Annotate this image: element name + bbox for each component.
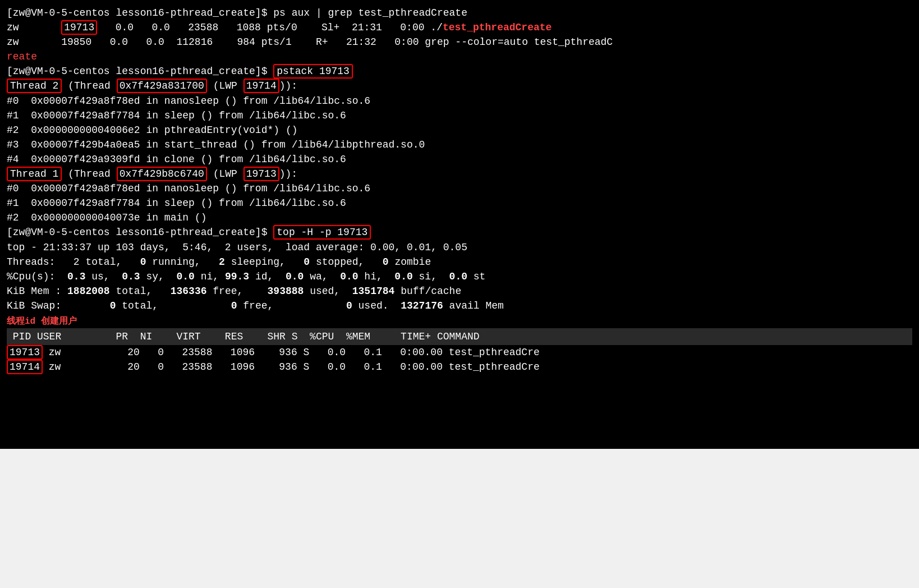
thread2-frame2: #2 0x00000000004006e2 in pthreadEntry(vo… [7,123,912,137]
ps-command-line: [zw@VM-0-5-centos lesson16-pthread_creat… [7,6,912,20]
pid-row2-box: 19714 [7,360,43,374]
thread1-header-line: Thread 1 (Thread 0x7f429b8c6740 (LWP 197… [7,167,912,181]
cmd-test-pthread-create: test_pthreadCreate [443,22,552,33]
thread2-lwp-box: 19714 [243,79,279,93]
thread2-label: Thread 2 [7,79,62,93]
table-row-1: 19713 zw 20 0 23588 1096 936 S 0.0 0.1 0… [7,345,912,360]
table-header-row: PID USER PR NI VIRT RES SHR S %CPU %MEM … [7,328,912,345]
thread1-label: Thread 1 [7,167,62,181]
top-command-line: [zw@VM-0-5-centos lesson16-pthread_creat… [7,225,912,240]
ps-result-2b: reate [7,49,912,64]
thread2-frame4: #4 0x00007f429a9309fd in clone () from /… [7,152,912,167]
thread2-header-line: Thread 2 (Thread 0x7f429a831700 (LWP 197… [7,79,912,93]
threads-line: Threads: 2 total, 0 running, 2 sleeping,… [7,255,912,269]
pstack-command-line: [zw@VM-0-5-centos lesson16-pthread_creat… [7,64,912,79]
thread1-frame1: #1 0x00007f429a8f7784 in sleep () from /… [7,196,912,210]
thread1-lwp-box: 19713 [243,167,279,181]
table-header: PID USER PR NI VIRT RES SHR S %CPU %MEM … [7,329,912,344]
ps-result-1: zw 19713 0.0 0.0 23588 1088 pts/0 Sl+ 21… [7,20,912,35]
top-cmd-highlight: top -H -p 19713 [273,225,371,240]
thread1-addr-box: 0x7f429b8c6740 [117,167,207,181]
terminal: [zw@VM-0-5-centos lesson16-pthread_creat… [0,0,919,449]
annotation-text: 线程id 创建用户 [7,316,77,327]
thread2-frame3: #3 0x00007f429b4a0ea5 in start_thread ()… [7,137,912,152]
thread2-frame0: #0 0x00007f429a8f78ed in nanosleep () fr… [7,94,912,108]
thread2-addr-box: 0x7f429a831700 [117,79,207,93]
swap-line: KiB Swap: 0 total, 0 free, 0 used. 13271… [7,298,912,313]
cpu-line: %Cpu(s): 0.3 us, 0.3 sy, 0.0 ni, 99.3 id… [7,269,912,284]
pid-19713-box: 19713 [61,20,97,35]
mem-line: KiB Mem : 1882008 total, 136336 free, 39… [7,284,912,298]
bottom-section [0,449,919,588]
thread1-frame0: #0 0x00007f429a8f78ed in nanosleep () fr… [7,181,912,196]
annotation-line: 线程id 创建用户 [7,315,912,327]
pid-row1-box: 19713 [7,345,43,360]
thread1-frame2: #2 0x000000000040073e in main () [7,210,912,225]
ps-result-2: zw 19850 0.0 0.0 112816 984 pts/1 R+ 21:… [7,35,912,49]
top-time-line: top - 21:33:37 up 103 days, 5:46, 2 user… [7,240,912,255]
pstack-cmd-highlight: pstack 19713 [273,64,353,79]
table-body: 19713 zw 20 0 23588 1096 936 S 0.0 0.1 0… [7,345,912,374]
thread2-frame1: #1 0x00007f429a8f7784 in sleep () from /… [7,108,912,123]
table-row-2: 19714 zw 20 0 23588 1096 936 S 0.0 0.1 0… [7,360,912,374]
